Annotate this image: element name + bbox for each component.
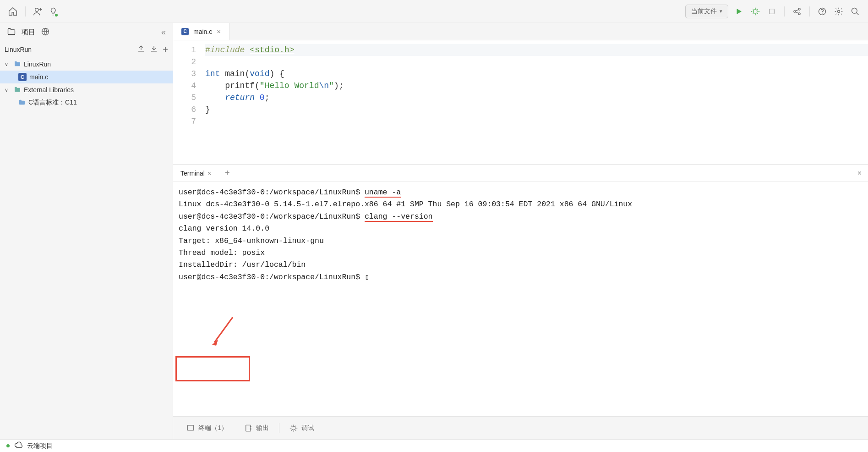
run-config-label: 当前文件 [691, 7, 717, 16]
chevron-down-icon: ∨ [5, 87, 11, 93]
status-indicator-dot [6, 444, 10, 447]
status-cloud-project-label: 云端项目 [27, 442, 53, 450]
terminal-output-line: Thread model: posix [179, 247, 863, 259]
folder-icon [7, 27, 16, 38]
bottom-tab-terminal[interactable]: 终端（1） [180, 421, 234, 435]
status-bar: 云端项目 [0, 439, 868, 452]
annotation-arrow [210, 315, 237, 347]
code-editor[interactable]: 1 2 3 4 5 6 7 #include <stdio.h> int mai… [173, 40, 868, 164]
toolbar-left-group [7, 6, 60, 17]
download-icon[interactable] [150, 44, 158, 55]
terminal-output-line: InstalledDir: /usr/local/bin [179, 259, 863, 271]
terminal-tabs: Terminal × + × [173, 165, 868, 182]
add-icon[interactable]: + [163, 44, 168, 55]
file-tree: ∨ LinuxRun C main.c ∨ External Libraries [0, 58, 173, 439]
debug-button[interactable] [749, 6, 761, 17]
tree-c-standard[interactable]: C语言标准：C11 [0, 96, 173, 109]
stop-button[interactable] [766, 6, 778, 17]
svg-point-1 [753, 9, 757, 13]
bottom-tab-terminal-label: 终端（1） [198, 424, 228, 432]
editor-gutter: 1 2 3 4 5 6 7 [173, 44, 205, 164]
run-config-dropdown[interactable]: 当前文件 ▾ [685, 5, 728, 18]
search-icon[interactable] [849, 6, 861, 17]
editor-tabs: C main.c × [173, 23, 868, 40]
editor-tab-filename: main.c [193, 28, 212, 35]
add-user-icon[interactable] [32, 6, 44, 17]
toolbar-divider [809, 6, 810, 17]
tree-cstd-label: C语言标准：C11 [28, 99, 77, 107]
terminal-tab[interactable]: Terminal × [178, 165, 217, 182]
settings-icon[interactable] [833, 6, 845, 17]
terminal-panel: Terminal × + × user@dcs-4c3e3f30-0:/work… [173, 164, 868, 416]
main-content: 项目 « LinuxRun + ∨ [0, 23, 868, 439]
bottom-tab-output-label: 输出 [256, 424, 269, 432]
cloud-icon[interactable] [14, 441, 22, 451]
project-actions: + [137, 44, 168, 55]
tree-external-libs-label: External Libraries [24, 86, 74, 94]
bottom-tab-debug-label: 调试 [301, 424, 314, 432]
svg-marker-11 [212, 340, 218, 346]
annotation-rect [175, 356, 250, 381]
terminal-cmd-uname: uname -a [365, 188, 401, 198]
svg-rect-13 [246, 425, 251, 431]
bottom-tab-output[interactable]: 输出 [238, 421, 275, 435]
terminal-output-line: clang version 14.0.0 [179, 223, 863, 235]
tree-external-libraries[interactable]: ∨ External Libraries [0, 83, 173, 96]
tree-file-label: main.c [29, 73, 48, 81]
help-icon[interactable] [816, 6, 828, 17]
close-icon[interactable]: × [217, 28, 221, 35]
tree-file-main-c[interactable]: C main.c [0, 71, 173, 83]
project-tab-label[interactable]: 项目 [22, 28, 35, 37]
globe-icon[interactable] [41, 27, 50, 38]
run-button[interactable] [733, 6, 745, 17]
svg-line-10 [214, 317, 233, 342]
code-content: #include <stdio.h> int main(void) { prin… [205, 44, 868, 164]
project-bar: LinuxRun + [0, 41, 173, 58]
terminal-body[interactable]: user@dcs-4c3e3f30-0:/workspace/LinuxRun$… [173, 182, 868, 416]
toolbar-divider [25, 6, 26, 17]
close-icon[interactable]: × [207, 170, 211, 177]
add-terminal-tab-icon[interactable]: + [219, 168, 235, 178]
terminal-cursor: ▯ [365, 273, 369, 281]
tree-folder-root[interactable]: ∨ LinuxRun [0, 58, 173, 71]
editor-tab-main-c[interactable]: C main.c × [173, 23, 229, 40]
folder-icon [18, 99, 26, 107]
svg-point-0 [35, 8, 38, 11]
sidebar: 项目 « LinuxRun + ∨ [0, 23, 173, 439]
tree-folder-label: LinuxRun [24, 61, 51, 68]
sidebar-header: 项目 « [0, 23, 173, 41]
svg-point-7 [838, 10, 840, 12]
c-file-icon: C [18, 73, 27, 81]
bottom-tabs: 终端（1） 输出 调试 [173, 416, 868, 439]
upload-icon[interactable] [137, 44, 145, 55]
terminal-cmd-clang: clang --version [365, 212, 433, 222]
bottom-tab-debug[interactable]: 调试 [283, 421, 321, 435]
editor-area: C main.c × 1 2 3 4 5 6 7 #include <stdio… [173, 23, 868, 439]
svg-point-8 [852, 8, 857, 13]
svg-rect-2 [770, 9, 775, 14]
folder-icon [14, 60, 21, 69]
toolbar-divider [784, 6, 785, 17]
divider [279, 423, 279, 433]
library-folder-icon [14, 86, 21, 94]
chevron-down-icon: ∨ [5, 61, 11, 67]
svg-point-14 [292, 426, 295, 430]
home-icon[interactable] [7, 6, 19, 17]
top-toolbar: 当前文件 ▾ [0, 0, 868, 23]
terminal-output-line: Linux dcs-4c3e3f30-0 5.14.5-1.el7.elrepo… [179, 198, 863, 210]
chevron-down-icon: ▾ [720, 8, 722, 14]
toolbar-right-group: 当前文件 ▾ [685, 5, 861, 18]
c-file-icon: C [181, 28, 189, 35]
svg-rect-12 [187, 425, 194, 430]
lightbulb-icon[interactable] [49, 6, 60, 17]
terminal-output-line: Target: x86_64-unknown-linux-gnu [179, 235, 863, 247]
terminal-tab-label: Terminal [180, 170, 205, 177]
project-name: LinuxRun [5, 46, 32, 53]
close-panel-icon[interactable]: × [857, 169, 868, 177]
share-icon[interactable] [791, 6, 803, 17]
collapse-sidebar-icon[interactable]: « [161, 28, 166, 37]
